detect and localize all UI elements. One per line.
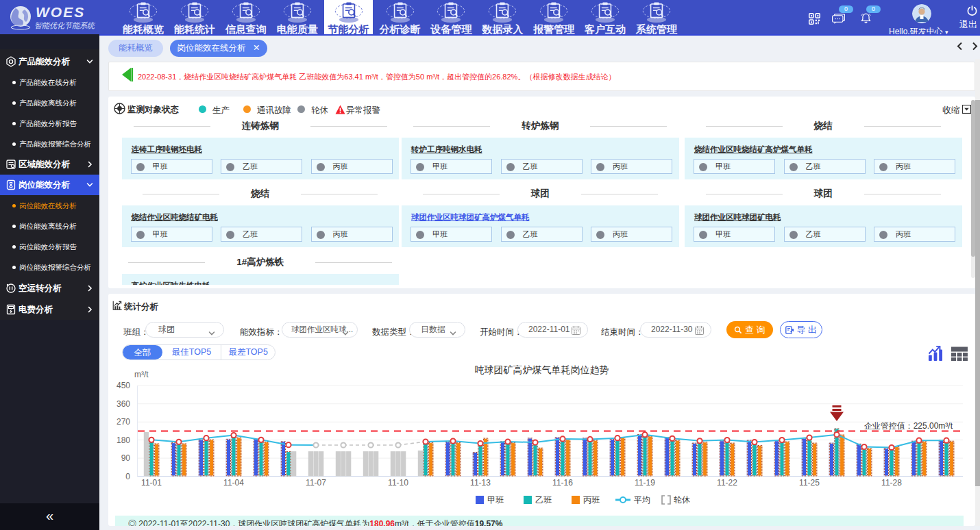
svg-text:11-22: 11-22 — [717, 478, 737, 488]
svg-text:11-19: 11-19 — [635, 478, 655, 488]
svg-text:丙班: 丙班 — [583, 495, 600, 505]
svg-text:180: 180 — [117, 436, 130, 445]
svg-text:企业管控值：225.00m³/t: 企业管控值：225.00m³/t — [864, 421, 953, 431]
svg-text:11-13: 11-13 — [470, 478, 491, 488]
svg-text:270: 270 — [117, 417, 130, 427]
svg-text:11-10: 11-10 — [388, 478, 408, 488]
svg-text:乙班: 乙班 — [535, 495, 552, 505]
svg-text:11-28: 11-28 — [881, 478, 902, 488]
svg-text:11-16: 11-16 — [552, 478, 573, 488]
svg-text:11-07: 11-07 — [306, 478, 326, 488]
svg-text:平均: 平均 — [634, 495, 650, 505]
svg-text:甲班: 甲班 — [487, 495, 504, 505]
svg-text:11-04: 11-04 — [223, 478, 244, 488]
svg-text:360: 360 — [117, 399, 130, 409]
svg-text:90: 90 — [121, 453, 131, 463]
svg-text:11-01: 11-01 — [141, 478, 162, 488]
svg-text:11-25: 11-25 — [799, 478, 820, 488]
svg-text:450: 450 — [117, 381, 130, 390]
svg-text:0: 0 — [125, 472, 130, 481]
svg-text:轮休: 轮休 — [674, 495, 690, 505]
